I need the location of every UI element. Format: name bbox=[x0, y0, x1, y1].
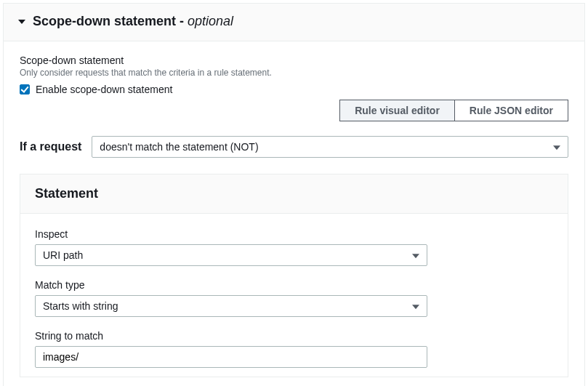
rule-json-editor-button[interactable]: Rule JSON editor bbox=[454, 100, 568, 121]
string-match-field: String to match bbox=[35, 330, 553, 368]
enable-scope-label: Enable scope-down statement bbox=[36, 84, 172, 95]
scope-down-panel: Scope-down statement - optional Scope-do… bbox=[3, 3, 585, 386]
request-condition-value: doesn't match the statement (NOT) bbox=[100, 141, 258, 153]
match-type-field: Match type Starts with string bbox=[35, 279, 553, 317]
checkbox-checked-icon[interactable] bbox=[20, 84, 30, 95]
match-type-label: Match type bbox=[35, 279, 553, 291]
panel-header[interactable]: Scope-down statement - optional bbox=[4, 4, 584, 41]
editor-mode-segments: Rule visual editor Rule JSON editor bbox=[20, 100, 568, 121]
if-request-row: If a request doesn't match the statement… bbox=[20, 136, 568, 158]
inspect-select[interactable]: URI path bbox=[35, 244, 427, 266]
statement-title: Statement bbox=[20, 174, 568, 214]
chevron-down-icon bbox=[18, 20, 25, 24]
title-optional: optional bbox=[188, 14, 233, 28]
rule-visual-editor-button[interactable]: Rule visual editor bbox=[339, 100, 454, 121]
request-condition-select[interactable]: doesn't match the statement (NOT) bbox=[92, 136, 568, 158]
string-match-label: String to match bbox=[35, 330, 553, 342]
match-type-value: Starts with string bbox=[43, 300, 118, 312]
chevron-down-icon bbox=[553, 145, 560, 150]
inspect-label: Inspect bbox=[35, 228, 553, 240]
string-match-input[interactable] bbox=[35, 346, 427, 368]
statement-panel: Statement Inspect URI path Match type St… bbox=[20, 174, 568, 377]
inspect-value: URI path bbox=[43, 249, 83, 261]
chevron-down-icon bbox=[412, 254, 419, 258]
scope-label: Scope-down statement bbox=[20, 55, 568, 66]
chevron-down-icon bbox=[412, 305, 419, 309]
if-request-label: If a request bbox=[20, 140, 81, 153]
panel-title: Scope-down statement - optional bbox=[33, 14, 233, 29]
match-type-select[interactable]: Starts with string bbox=[35, 295, 427, 317]
inspect-field: Inspect URI path bbox=[35, 228, 553, 266]
title-main: Scope-down statement bbox=[33, 14, 176, 28]
scope-hint: Only consider requests that match the cr… bbox=[20, 68, 568, 78]
panel-body: Scope-down statement Only consider reque… bbox=[4, 41, 584, 386]
title-sep: - bbox=[176, 14, 188, 28]
statement-body: Inspect URI path Match type Starts with … bbox=[20, 214, 568, 377]
enable-scope-checkbox-row[interactable]: Enable scope-down statement bbox=[20, 84, 568, 95]
